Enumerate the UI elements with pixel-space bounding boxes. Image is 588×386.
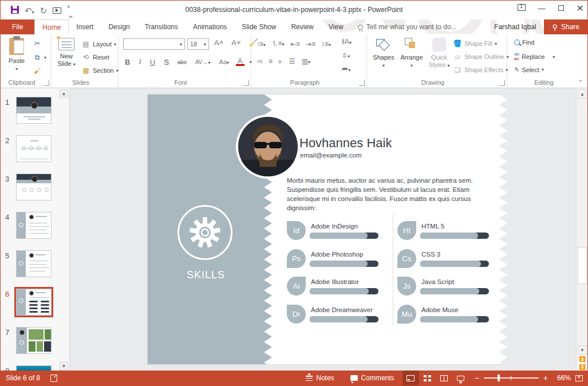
skill-item[interactable]: Id Adobe InDesign: [287, 220, 384, 248]
quick-styles-button[interactable]: Quick Styles ▾: [427, 38, 452, 68]
tab-design[interactable]: Design: [101, 19, 137, 34]
cut-button[interactable]: ✂: [33, 39, 42, 48]
numbering-icon[interactable]: ⒈≡▾: [271, 39, 285, 49]
zoom-in-icon[interactable]: +: [543, 373, 548, 383]
reading-view-button[interactable]: [436, 371, 452, 385]
copy-button[interactable]: ⧉▾: [33, 53, 46, 62]
slide-canvas[interactable]: Hovhannes Haik email@example.com Morbi m…: [70, 88, 576, 372]
increase-indent-icon[interactable]: ⇥≡: [306, 40, 315, 48]
decrease-indent-icon[interactable]: ⇤≡: [290, 40, 300, 48]
shape-effects-button[interactable]: ❏Shape Effects▾: [453, 65, 508, 74]
align-right-icon[interactable]: ⫦: [279, 57, 283, 65]
profile-photo[interactable]: [238, 117, 298, 176]
tab-insert[interactable]: Insert: [69, 19, 101, 34]
grow-font-button[interactable]: A˄: [212, 38, 225, 47]
start-slideshow-icon[interactable]: [53, 6, 61, 15]
shape-outline-button[interactable]: ▱Shape Outline▾: [453, 52, 509, 61]
skill-item[interactable]: Dr Adobe Dreamweaver: [287, 304, 384, 332]
tell-me-box[interactable]: Tell me what you want to do...: [351, 19, 464, 34]
slide-indicator[interactable]: Slide 6 of 8: [6, 374, 40, 382]
font-color-button[interactable]: A: [236, 58, 244, 66]
skill-item[interactable]: Ai Adobe Illustrator: [287, 275, 384, 304]
skill-item[interactable]: Mu Adobe Muse: [397, 304, 495, 332]
italic-button[interactable]: I: [137, 57, 143, 66]
font-name-combo[interactable]: ▾: [123, 38, 185, 50]
zoom-out-icon[interactable]: −: [475, 373, 479, 383]
shapes-button[interactable]: Shapes▾: [370, 38, 397, 68]
tab-animations[interactable]: Animations: [186, 19, 234, 34]
align-center-icon[interactable]: ≡: [269, 57, 273, 65]
change-case-button[interactable]: Aa▾: [218, 58, 231, 65]
paste-button[interactable]: Paste▾: [4, 38, 29, 72]
scroll-up-icon[interactable]: ▲: [578, 89, 587, 99]
ribbon-display-options-icon[interactable]: [518, 4, 526, 13]
fit-slide-to-window-icon[interactable]: [575, 375, 583, 381]
paragraph-dialog-launcher[interactable]: [359, 80, 365, 86]
zoom-slider[interactable]: [484, 377, 539, 379]
arrange-button[interactable]: Arrange▾: [398, 38, 425, 68]
notes-button[interactable]: Notes: [298, 371, 342, 385]
align-text-icon[interactable]: ⇳▾: [342, 52, 350, 60]
user-name[interactable]: Farshad Iqbal: [486, 23, 544, 31]
find-button[interactable]: Find: [514, 39, 534, 46]
skills-heading[interactable]: SKILLS: [148, 269, 264, 281]
share-button[interactable]: ⚲ Share: [544, 19, 587, 34]
underline-button[interactable]: U: [148, 58, 157, 66]
close-icon[interactable]: ✕: [577, 3, 584, 14]
layout-button[interactable]: ▤Layout▾: [81, 40, 116, 49]
convert-smartart-icon[interactable]: ⮫▾: [342, 65, 350, 73]
customize-qat-icon[interactable]: ⹀⌄: [67, 2, 74, 19]
person-name[interactable]: Hovhannes Haik: [299, 136, 392, 151]
thumb-scroll-up-icon[interactable]: ▲: [60, 89, 68, 98]
new-slide-button[interactable]: New Slide ▾: [54, 38, 79, 67]
tab-view[interactable]: View: [321, 19, 351, 34]
zoom-level[interactable]: 66%: [554, 374, 571, 382]
thumbnail-scrollbar[interactable]: ▲ ▼: [58, 88, 68, 372]
text-direction-icon[interactable]: ‖A▾: [342, 38, 352, 46]
select-button[interactable]: ⇖Select▾: [514, 66, 544, 73]
slideshow-view-button[interactable]: [452, 371, 469, 385]
tab-slide-show[interactable]: Slide Show: [234, 19, 283, 34]
format-painter-button[interactable]: 🖌: [33, 66, 42, 76]
line-spacing-icon[interactable]: ↕≡▾: [321, 40, 331, 48]
thumb-scroll-down-icon[interactable]: ▼: [60, 362, 68, 371]
scrollbar-thumb[interactable]: [578, 247, 587, 284]
slide-sorter-view-button[interactable]: [419, 371, 436, 385]
proofing-icon[interactable]: [50, 375, 57, 382]
collapse-ribbon-icon[interactable]: ⌃: [578, 79, 583, 85]
tab-review[interactable]: Review: [283, 19, 321, 34]
justify-icon[interactable]: ☰: [289, 57, 295, 65]
clipboard-dialog-launcher[interactable]: [44, 80, 49, 86]
skill-item[interactable]: Ps Adobe Photoshop: [287, 248, 384, 276]
slide-6[interactable]: Hovhannes Haik email@example.com Morbi m…: [148, 94, 507, 364]
tab-home[interactable]: Home: [34, 19, 69, 34]
normal-view-button[interactable]: [402, 371, 419, 385]
section-button[interactable]: ▦Section▾: [81, 66, 119, 75]
drawing-dialog-launcher[interactable]: [499, 80, 505, 86]
undo-icon[interactable]: ↶▾: [25, 6, 34, 15]
redo-icon[interactable]: ↻: [40, 6, 48, 15]
bullets-icon[interactable]: ⁝≡▾: [257, 40, 266, 48]
shape-fill-button[interactable]: 🪣Shape Fill▾: [453, 39, 497, 48]
font-dialog-launcher[interactable]: [243, 80, 249, 86]
skill-item[interactable]: Js Java Script: [397, 275, 495, 304]
comments-button[interactable]: Comments: [342, 371, 402, 385]
replace-button[interactable]: abacReplace▾: [514, 52, 555, 61]
skill-item[interactable]: Cs CSS 3: [397, 248, 495, 276]
columns-icon[interactable]: ▥▾: [302, 57, 310, 65]
bold-button[interactable]: B: [123, 58, 132, 66]
align-left-icon[interactable]: ⫤: [257, 57, 262, 65]
person-email[interactable]: email@example.com: [300, 152, 362, 159]
main-scrollbar[interactable]: ▲ ▼ ⏫ ⏬: [576, 88, 587, 372]
save-icon[interactable]: [11, 6, 19, 15]
minimize-icon[interactable]: —: [538, 4, 546, 13]
character-spacing-button[interactable]: AV↔▾: [194, 59, 212, 65]
font-size-combo[interactable]: 18▾: [187, 38, 209, 50]
scroll-down-icon[interactable]: ▼: [578, 345, 587, 355]
reset-button[interactable]: ⟲Reset: [81, 53, 109, 62]
intro-paragraph[interactable]: Morbi mauris metus, auctor ac varius ac,…: [287, 176, 498, 212]
strikethrough-button[interactable]: abc: [176, 59, 188, 65]
shrink-font-button[interactable]: A˅: [230, 38, 242, 47]
tab-transitions[interactable]: Transitions: [137, 19, 186, 34]
skill-item[interactable]: Ht HTML 5: [397, 220, 495, 248]
